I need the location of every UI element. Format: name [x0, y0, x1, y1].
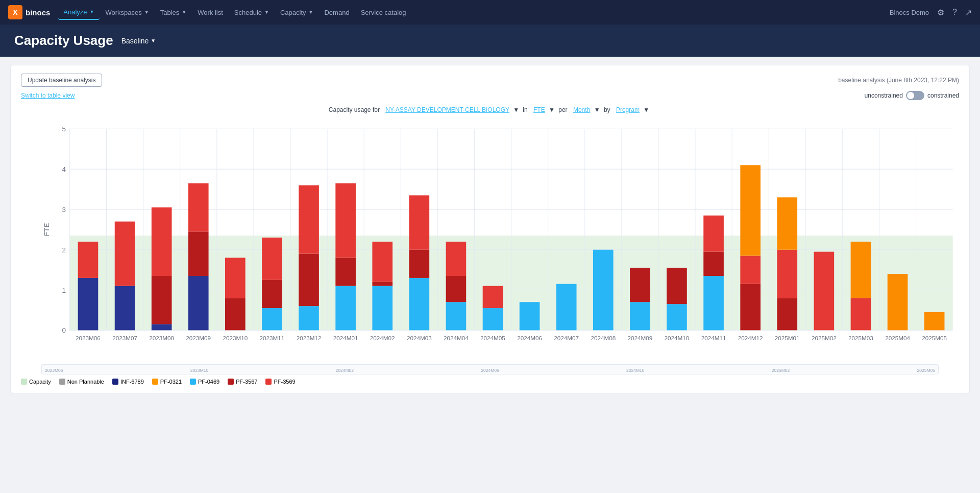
bar-segment[interactable]: [152, 276, 172, 324]
toggle-constrained-label: constrained: [927, 92, 959, 99]
svg-text:4: 4: [62, 166, 66, 173]
legend-label: INF-6789: [120, 379, 144, 385]
chart-period-selector[interactable]: Month: [573, 106, 590, 113]
bar-segment[interactable]: [703, 252, 724, 276]
bar-segment[interactable]: [372, 242, 393, 282]
bar-segment[interactable]: [667, 304, 687, 330]
main-content: Update baseline analysis baseline analys…: [0, 57, 980, 402]
bar-segment[interactable]: [188, 231, 209, 276]
legend-color-swatch: [265, 379, 272, 385]
x-axis-label: 2024M06: [517, 335, 542, 341]
logo[interactable]: X binocs: [8, 5, 50, 19]
x-axis-label: 2023M06: [76, 335, 101, 341]
x-axis-label: 2024M10: [665, 335, 690, 341]
bar-segment[interactable]: [520, 302, 540, 330]
bar-segment[interactable]: [446, 276, 467, 302]
bar-segment[interactable]: [409, 278, 429, 330]
bar-segment[interactable]: [888, 274, 908, 330]
capacity-card: Update baseline analysis baseline analys…: [10, 65, 970, 393]
nav-item-capacity[interactable]: Capacity▼: [275, 6, 318, 19]
page-header: Capacity Usage Baseline ▼: [0, 25, 980, 57]
bar-segment[interactable]: [152, 207, 172, 276]
bar-segment[interactable]: [115, 286, 135, 331]
x-axis-label: 2024M05: [480, 335, 505, 341]
switch-row: Switch to table view unconstrained const…: [21, 91, 959, 100]
legend-color-swatch: [21, 379, 27, 385]
bar-segment[interactable]: [409, 250, 429, 278]
baseline-caret-icon: ▼: [151, 38, 156, 43]
bar-segment[interactable]: [630, 302, 650, 330]
chart-scrollbar[interactable]: 2023M062023M102024M022024M062024M102025M…: [41, 364, 939, 374]
bar-segment[interactable]: [740, 284, 761, 331]
bar-segment[interactable]: [740, 256, 761, 284]
bar-segment[interactable]: [777, 197, 797, 249]
bar-segment[interactable]: [740, 165, 761, 255]
bar-segment[interactable]: [924, 312, 945, 330]
bar-segment[interactable]: [667, 268, 687, 304]
bar-segment[interactable]: [299, 254, 319, 306]
bar-segment[interactable]: [78, 278, 99, 330]
bar-segment[interactable]: [335, 286, 356, 331]
chart-container: 0123452023M062023M072023M082023M092023M1…: [21, 118, 959, 363]
bar-segment[interactable]: [262, 280, 282, 308]
x-axis-label: 2024M08: [591, 335, 616, 341]
legend-item: PF-0469: [190, 379, 219, 385]
bar-segment[interactable]: [299, 185, 319, 254]
x-axis-label: 2024M02: [370, 335, 395, 341]
nav-item-demand[interactable]: Demand: [319, 6, 354, 19]
bar-segment[interactable]: [556, 284, 577, 331]
bar-segment[interactable]: [703, 276, 724, 330]
baseline-dropdown-btn[interactable]: Baseline ▼: [121, 37, 156, 45]
svg-text:5: 5: [62, 125, 66, 133]
bar-segment[interactable]: [446, 302, 467, 330]
update-baseline-btn[interactable]: Update baseline analysis: [21, 74, 102, 87]
bar-segment[interactable]: [409, 195, 429, 249]
bar-segment[interactable]: [630, 268, 650, 302]
legend-color-swatch: [228, 379, 234, 385]
chart-dept-selector[interactable]: NY-ASSAY DEVELOPMENT-CELL BIOLOGY: [385, 106, 509, 113]
chart-unit-selector[interactable]: FTE: [533, 106, 545, 113]
bar-segment[interactable]: [152, 324, 172, 331]
bar-segment[interactable]: [851, 242, 871, 298]
x-axis-label: 2024M11: [701, 335, 726, 341]
bar-segment[interactable]: [777, 298, 797, 330]
nav-item-workspaces[interactable]: Workspaces▼: [101, 6, 154, 19]
bar-segment[interactable]: [262, 238, 282, 280]
nav-item-schedule[interactable]: Schedule▼: [229, 6, 274, 19]
legend-color-swatch: [152, 379, 158, 385]
nav-item-work-list[interactable]: Work list: [192, 6, 228, 19]
logout-icon[interactable]: ↗: [965, 8, 972, 17]
bar-segment[interactable]: [814, 252, 835, 331]
bar-segment[interactable]: [446, 242, 467, 276]
bar-segment[interactable]: [483, 286, 503, 308]
settings-icon[interactable]: ⚙: [937, 8, 944, 17]
bar-segment[interactable]: [335, 183, 356, 258]
legend-label: Non Plannable: [67, 379, 104, 385]
bar-segment[interactable]: [299, 306, 319, 330]
switch-to-table-link[interactable]: Switch to table view: [21, 92, 75, 99]
caret-icon: ▼: [264, 10, 269, 15]
bar-segment[interactable]: [483, 308, 503, 330]
bar-segment[interactable]: [262, 308, 282, 330]
bar-segment[interactable]: [851, 298, 871, 330]
nav-item-service-catalog[interactable]: Service catalog: [356, 6, 411, 19]
bar-segment[interactable]: [188, 276, 209, 330]
chart-group-selector[interactable]: Program: [616, 106, 640, 113]
bar-segment[interactable]: [225, 258, 246, 298]
bar-segment[interactable]: [225, 298, 246, 330]
nav-item-analyze[interactable]: Analyze▼: [58, 5, 99, 20]
legend-item: INF-6789: [112, 379, 144, 385]
bar-segment[interactable]: [335, 258, 356, 286]
bar-segment[interactable]: [372, 282, 393, 286]
help-icon[interactable]: ?: [952, 8, 957, 17]
bar-segment[interactable]: [188, 183, 209, 232]
bar-segment[interactable]: [372, 286, 393, 331]
bar-segment[interactable]: [593, 250, 614, 331]
bar-segment[interactable]: [115, 222, 135, 286]
bar-segment[interactable]: [777, 250, 797, 298]
constrained-toggle[interactable]: [906, 91, 924, 100]
bar-segment[interactable]: [78, 242, 99, 278]
nav-item-tables[interactable]: Tables▼: [155, 6, 192, 19]
bar-segment[interactable]: [703, 216, 724, 252]
x-axis-label: 2024M07: [554, 335, 579, 341]
